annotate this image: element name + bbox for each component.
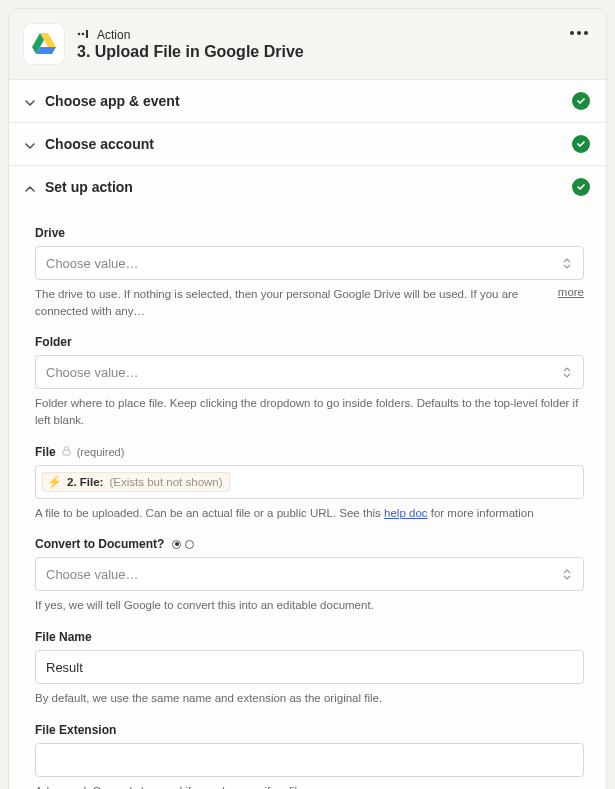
convert-help: If yes, we will tell Google to convert t… xyxy=(35,597,584,614)
drive-more-link[interactable]: more xyxy=(558,286,584,298)
section-choose-app: Choose app & event xyxy=(9,80,606,123)
overflow-menu-button[interactable] xyxy=(566,27,592,39)
convert-radio-indicator xyxy=(172,540,194,549)
convert-select[interactable]: Choose value… xyxy=(35,557,584,591)
google-drive-icon xyxy=(23,23,65,65)
status-complete-icon xyxy=(572,135,590,153)
folder-select[interactable]: Choose value… xyxy=(35,355,584,389)
svg-rect-5 xyxy=(86,30,88,38)
fileext-label: File Extension xyxy=(35,723,584,737)
folder-label: Folder xyxy=(35,335,584,349)
file-input[interactable]: ⚡ 2. File: (Exists but not shown) xyxy=(35,465,584,499)
section-set-up-action-title: Set up action xyxy=(45,179,562,195)
lock-icon xyxy=(62,445,71,459)
filename-input[interactable] xyxy=(35,650,584,684)
path-icon xyxy=(77,28,91,42)
folder-placeholder: Choose value… xyxy=(46,365,559,380)
drive-label: Drive xyxy=(35,226,584,240)
card-header: Action 3. Upload File in Google Drive xyxy=(9,9,606,80)
action-card: Action 3. Upload File in Google Drive Ch… xyxy=(8,8,607,789)
filename-help: By default, we use the same name and ext… xyxy=(35,690,584,707)
file-required-label: (required) xyxy=(77,446,125,458)
svg-point-3 xyxy=(78,32,81,35)
file-help: A file to be uploaded. Can be an actual … xyxy=(35,505,584,522)
drive-select[interactable]: Choose value… xyxy=(35,246,584,280)
select-caret-icon xyxy=(559,569,575,580)
svg-point-4 xyxy=(82,32,85,35)
field-drive: Drive Choose value… The drive to use. If… xyxy=(35,226,584,319)
fileext-help: Advanced: Can only be used if you also s… xyxy=(35,783,584,789)
svg-rect-6 xyxy=(63,450,70,455)
file-pill-prefix: 2. File: xyxy=(67,476,103,488)
set-up-action-body: Drive Choose value… The drive to use. If… xyxy=(9,208,606,789)
select-caret-icon xyxy=(559,258,575,269)
fileext-input[interactable] xyxy=(35,743,584,777)
file-label: File xyxy=(35,445,56,459)
section-choose-account-toggle[interactable]: Choose account xyxy=(9,123,606,165)
file-value-pill[interactable]: ⚡ 2. File: (Exists but not shown) xyxy=(42,472,230,492)
status-complete-icon xyxy=(572,92,590,110)
filename-label: File Name xyxy=(35,630,584,644)
convert-label: Convert to Document? xyxy=(35,537,164,551)
section-choose-account: Choose account xyxy=(9,123,606,166)
drive-placeholder: Choose value… xyxy=(46,256,559,271)
field-folder: Folder Choose value… Folder where to pla… xyxy=(35,335,584,428)
status-complete-icon xyxy=(572,178,590,196)
field-fileext: File Extension Advanced: Can only be use… xyxy=(35,723,584,789)
field-convert: Convert to Document? Choose value… If ye… xyxy=(35,537,584,614)
field-filename: File Name By default, we use the same na… xyxy=(35,630,584,707)
zap-step-icon: ⚡ xyxy=(47,475,61,489)
chevron-down-icon xyxy=(25,139,35,149)
drive-help: The drive to use. If nothing is selected… xyxy=(35,286,548,319)
file-pill-suffix: (Exists but not shown) xyxy=(109,476,222,488)
section-choose-app-toggle[interactable]: Choose app & event xyxy=(9,80,606,122)
eyebrow-label: Action xyxy=(97,28,130,42)
convert-placeholder: Choose value… xyxy=(46,567,559,582)
chevron-up-icon xyxy=(25,182,35,192)
select-caret-icon xyxy=(559,367,575,378)
chevron-down-icon xyxy=(25,96,35,106)
section-set-up-action-toggle[interactable]: Set up action xyxy=(9,166,606,208)
section-set-up-action: Set up action Drive Choose value… The dr… xyxy=(9,166,606,789)
section-choose-account-title: Choose account xyxy=(45,136,562,152)
file-help-link[interactable]: help doc xyxy=(384,507,427,519)
section-choose-app-title: Choose app & event xyxy=(45,93,562,109)
folder-help: Folder where to place file. Keep clickin… xyxy=(35,395,584,428)
action-title: 3. Upload File in Google Drive xyxy=(77,43,590,61)
field-file: File (required) ⚡ 2. File: (Exists but n… xyxy=(35,445,584,522)
